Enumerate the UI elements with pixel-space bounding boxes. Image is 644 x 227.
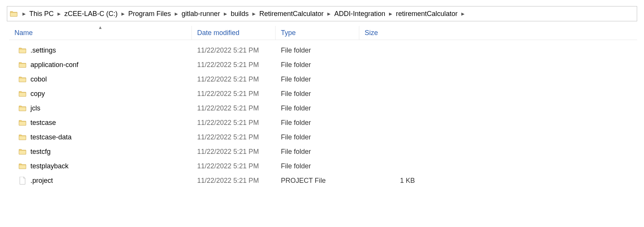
file-name: .project [30,177,53,185]
column-header-size-label: Size [365,29,378,37]
column-header-date-label: Date modified [197,29,239,37]
table-row[interactable]: testplayback11/22/2022 5:21 PMFile folde… [9,159,637,173]
file-date: 11/22/2022 5:21 PM [192,177,276,185]
file-date: 11/22/2022 5:21 PM [192,133,276,141]
file-size: 1 KB [359,177,424,185]
explorer-window: ▶This PC▶zCEE-LAB-C (C:)▶Program Files▶g… [0,0,644,194]
file-type: File folder [276,75,359,83]
breadcrumb-item[interactable]: retirementCalculator [395,9,458,19]
folder-icon [18,119,27,126]
file-type: File folder [276,61,359,69]
sort-ascending-icon: ▲ [98,25,103,30]
folder-icon [18,104,27,112]
file-type: File folder [276,46,359,54]
chevron-right-icon[interactable]: ▶ [172,11,181,16]
folder-icon [18,133,27,141]
chevron-right-icon[interactable]: ▶ [54,11,64,16]
column-header-type-label: Type [281,29,296,37]
breadcrumb-item[interactable]: This PC [29,9,54,19]
table-row[interactable]: testcfg11/22/2022 5:21 PMFile folder [9,144,637,159]
breadcrumb-item[interactable]: builds [230,9,249,19]
file-list: ▲ Name Date modified Type Size .settings… [9,26,637,188]
file-type: File folder [276,133,359,141]
file-type: PROJECT File [276,177,359,185]
folder-icon [18,75,27,83]
column-headers: ▲ Name Date modified Type Size [9,26,637,40]
file-name: application-conf [30,61,78,69]
file-date: 11/22/2022 5:21 PM [192,90,276,98]
chevron-right-icon[interactable]: ▶ [386,11,395,16]
folder-icon [18,46,27,54]
file-date: 11/22/2022 5:21 PM [192,119,276,127]
breadcrumb-item[interactable]: ADDI-Integration [333,9,386,19]
file-date: 11/22/2022 5:21 PM [192,75,276,83]
file-icon [18,177,27,184]
breadcrumb-item[interactable]: gitlab-runner [181,9,221,19]
table-row[interactable]: application-conf11/22/2022 5:21 PMFile f… [9,58,637,72]
file-date: 11/22/2022 5:21 PM [192,162,276,170]
file-name: testcase-data [30,133,72,141]
table-row[interactable]: testcase11/22/2022 5:21 PMFile folder [9,115,637,130]
column-header-name[interactable]: ▲ Name [9,26,192,40]
file-type: File folder [276,119,359,127]
file-name: .settings [30,46,56,54]
column-header-size[interactable]: Size [359,26,424,40]
folder-icon [18,61,27,69]
breadcrumb-item[interactable]: RetirementCalculator [258,9,324,19]
folder-icon [10,10,18,18]
file-name: cobol [30,75,47,83]
chevron-right-icon[interactable]: ▶ [324,11,333,16]
folder-icon [18,90,27,98]
chevron-right-icon[interactable]: ▶ [221,11,230,16]
table-row[interactable]: copy11/22/2022 5:21 PMFile folder [9,86,637,101]
column-header-name-label: Name [14,29,33,37]
table-row[interactable]: .settings11/22/2022 5:21 PMFile folder [9,43,637,58]
file-type: File folder [276,162,359,170]
table-row[interactable]: cobol11/22/2022 5:21 PMFile folder [9,72,637,86]
breadcrumb-item[interactable]: Program Files [128,9,172,19]
file-date: 11/22/2022 5:21 PM [192,148,276,156]
column-header-type[interactable]: Type [276,26,359,40]
chevron-right-icon[interactable]: ▶ [249,11,258,16]
folder-icon [18,162,27,170]
file-type: File folder [276,148,359,156]
address-bar[interactable]: ▶This PC▶zCEE-LAB-C (C:)▶Program Files▶g… [7,6,637,21]
table-row[interactable]: testcase-data11/22/2022 5:21 PMFile fold… [9,130,637,144]
file-date: 11/22/2022 5:21 PM [192,104,276,112]
table-row[interactable]: jcls11/22/2022 5:21 PMFile folder [9,101,637,115]
file-rows: .settings11/22/2022 5:21 PMFile folderap… [9,40,637,188]
file-name: testcfg [30,148,51,156]
breadcrumb: ▶This PC▶zCEE-LAB-C (C:)▶Program Files▶g… [19,9,634,19]
file-date: 11/22/2022 5:21 PM [192,46,276,54]
file-type: File folder [276,90,359,98]
breadcrumb-item[interactable]: zCEE-LAB-C (C:) [64,9,118,19]
table-row[interactable]: .project11/22/2022 5:21 PMPROJECT File1 … [9,173,637,188]
file-name: testcase [30,119,56,127]
file-name: copy [30,90,45,98]
folder-icon [18,148,27,155]
file-date: 11/22/2022 5:21 PM [192,61,276,69]
column-header-date[interactable]: Date modified [192,26,276,40]
chevron-right-icon[interactable]: ▶ [458,11,467,16]
file-type: File folder [276,104,359,112]
chevron-right-icon[interactable]: ▶ [118,11,128,16]
file-name: jcls [30,104,40,112]
chevron-right-icon[interactable]: ▶ [19,11,29,16]
file-name: testplayback [30,162,69,170]
